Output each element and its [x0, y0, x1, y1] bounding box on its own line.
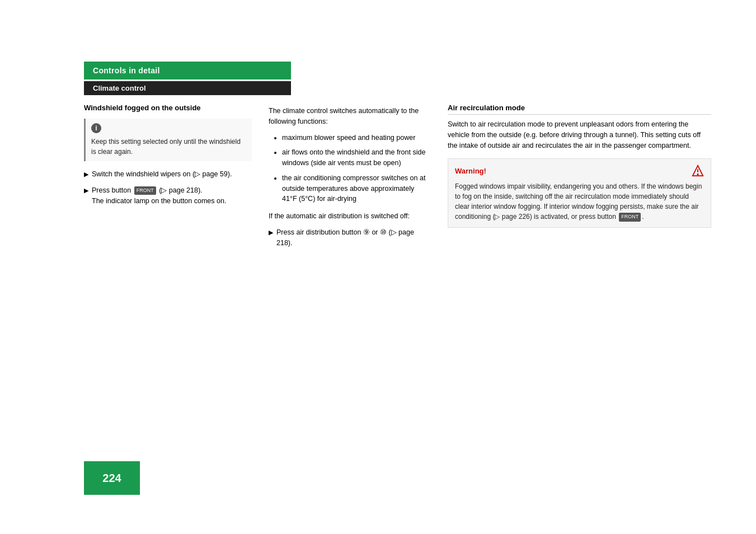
bullet-content-2: Press button FRONT (▷ page 218). The ind… [92, 185, 252, 207]
middle-bullet-list: maximum blower speed and heating power a… [274, 133, 431, 205]
bullet2-note: The indicator lamp on the button comes o… [92, 197, 226, 205]
auto-off-arrow: ▶ [269, 228, 273, 237]
middle-column: The climate control switches automatical… [269, 104, 431, 254]
bullet-arrow-1: ▶ [84, 170, 88, 179]
sub-header: Climate control [84, 81, 291, 95]
warning-text: Fogged windows impair visibility, endang… [455, 181, 704, 222]
right-section-heading: Air recirculation mode [448, 104, 711, 115]
header-title: Controls in detail [93, 66, 160, 75]
middle-bullet-3: the air conditioning compressor switches… [282, 173, 431, 204]
warning-triangle-icon [692, 165, 704, 177]
left-section-heading: Windshield fogged on the outside [84, 104, 252, 112]
auto-off-content: Press air distribution button ⑨ or ⑩ (▷ … [276, 227, 431, 249]
content-area: Windshield fogged on the outside i Keep … [84, 104, 711, 254]
header-bar: Controls in detail [84, 62, 291, 79]
info-icon: i [91, 123, 101, 133]
page-number-box: 224 [84, 461, 140, 495]
sub-header-title: Climate control [93, 84, 146, 92]
bullet2-page-ref: (▷ page 218). [159, 186, 202, 194]
warning-box: Warning! Fogged windows impair visibilit… [448, 158, 711, 228]
middle-bullet-1: maximum blower speed and heating power [282, 133, 431, 143]
bullet-content-1: Switch the windshield wipers on (▷ page … [92, 169, 252, 180]
bullet-arrow-2: ▶ [84, 186, 88, 195]
right-description: Switch to air recirculation mode to prev… [448, 119, 711, 151]
page-number: 224 [102, 472, 121, 485]
middle-bullet-2: air flows onto the windshield and the fr… [282, 147, 431, 168]
warning-title: Warning! [455, 167, 486, 175]
middle-intro: The climate control switches automatical… [269, 106, 431, 127]
warning-button-icon: FRONT [619, 213, 641, 222]
info-box: i Keep this setting selected only until … [84, 119, 252, 161]
svg-point-1 [697, 174, 698, 175]
warning-header: Warning! [455, 165, 704, 177]
button-icon-front: FRONT [134, 186, 156, 195]
left-column: Windshield fogged on the outside i Keep … [84, 104, 252, 254]
auto-off-bullet: ▶ Press air distribution button ⑨ or ⑩ (… [269, 227, 431, 249]
auto-off-intro: If the automatic air distribution is swi… [269, 211, 431, 222]
bullet-item-1: ▶ Switch the windshield wipers on (▷ pag… [84, 169, 252, 180]
page-container: Controls in detail Climate control Winds… [0, 0, 756, 534]
bullet-item-2: ▶ Press button FRONT (▷ page 218). The i… [84, 185, 252, 207]
info-text: Keep this setting selected only until th… [91, 137, 246, 157]
right-column: Air recirculation mode Switch to air rec… [448, 104, 711, 254]
